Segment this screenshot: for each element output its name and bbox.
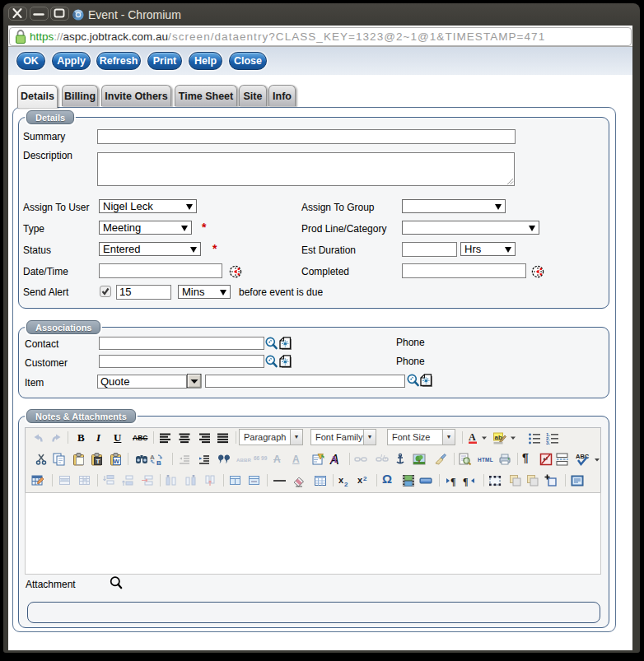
svg-text:A: A — [150, 454, 155, 461]
svg-text:¶: ¶ — [463, 476, 468, 487]
svg-text:x: x — [357, 475, 363, 485]
svg-text:¶: ¶ — [450, 476, 455, 487]
svg-text:x: x — [338, 475, 344, 485]
svg-text:2: 2 — [363, 475, 367, 482]
svg-text:A: A — [469, 431, 476, 443]
svg-text:B: B — [156, 459, 161, 466]
svg-text:2: 2 — [344, 481, 348, 487]
svg-text:T: T — [96, 458, 100, 465]
svg-text:A: A — [330, 454, 338, 465]
svg-text:ABC: ABC — [576, 453, 590, 460]
svg-text:3.: 3. — [546, 440, 550, 445]
svg-text:W: W — [114, 458, 120, 465]
